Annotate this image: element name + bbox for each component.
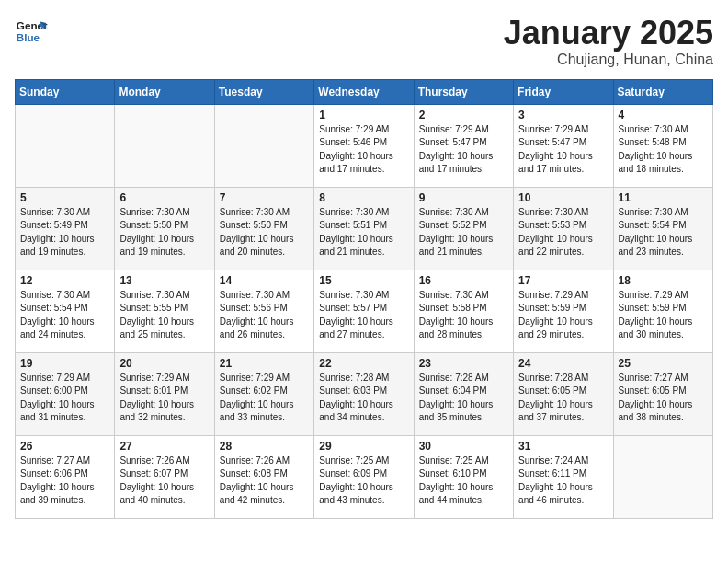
calendar-table: Sunday Monday Tuesday Wednesday Thursday… (15, 79, 713, 519)
calendar-week-row: 5Sunrise: 7:30 AM Sunset: 5:49 PM Daylig… (16, 187, 713, 270)
day-number: 19 (20, 357, 109, 370)
table-row: 11Sunrise: 7:30 AM Sunset: 5:54 PM Dayli… (613, 187, 712, 270)
title-block: January 2025 Chujiang, Hunan, China (504, 15, 713, 68)
day-number: 28 (220, 440, 309, 453)
table-row: 29Sunrise: 7:25 AM Sunset: 6:09 PM Dayli… (314, 435, 414, 518)
day-number: 21 (220, 357, 309, 370)
day-number: 4 (619, 109, 708, 121)
svg-text:Blue: Blue (17, 31, 40, 43)
col-tuesday: Tuesday (214, 79, 313, 104)
table-row: 28Sunrise: 7:26 AM Sunset: 6:08 PM Dayli… (214, 435, 313, 518)
day-info: Sunrise: 7:30 AM Sunset: 5:50 PM Dayligh… (220, 206, 309, 259)
day-info: Sunrise: 7:30 AM Sunset: 5:54 PM Dayligh… (20, 289, 109, 342)
day-number: 22 (319, 357, 408, 370)
table-row (115, 104, 214, 187)
day-number: 23 (419, 357, 508, 370)
table-row: 2Sunrise: 7:29 AM Sunset: 5:47 PM Daylig… (414, 104, 513, 187)
day-info: Sunrise: 7:30 AM Sunset: 5:55 PM Dayligh… (119, 289, 209, 342)
day-info: Sunrise: 7:30 AM Sunset: 5:57 PM Dayligh… (319, 289, 408, 342)
table-row: 22Sunrise: 7:28 AM Sunset: 6:03 PM Dayli… (314, 352, 414, 435)
day-info: Sunrise: 7:30 AM Sunset: 5:51 PM Dayligh… (319, 206, 408, 259)
col-wednesday: Wednesday (314, 79, 414, 104)
table-row: 6Sunrise: 7:30 AM Sunset: 5:50 PM Daylig… (115, 187, 214, 270)
day-info: Sunrise: 7:30 AM Sunset: 5:56 PM Dayligh… (220, 289, 309, 342)
day-number: 1 (319, 109, 408, 121)
day-info: Sunrise: 7:29 AM Sunset: 6:00 PM Dayligh… (20, 372, 109, 425)
day-info: Sunrise: 7:25 AM Sunset: 6:10 PM Dayligh… (419, 454, 508, 508)
day-info: Sunrise: 7:29 AM Sunset: 5:59 PM Dayligh… (518, 289, 608, 342)
day-info: Sunrise: 7:24 AM Sunset: 6:11 PM Dayligh… (518, 454, 608, 508)
day-info: Sunrise: 7:29 AM Sunset: 5:47 PM Dayligh… (518, 123, 608, 177)
table-row: 21Sunrise: 7:29 AM Sunset: 6:02 PM Dayli… (214, 352, 313, 435)
calendar-week-row: 1Sunrise: 7:29 AM Sunset: 5:46 PM Daylig… (16, 104, 713, 187)
day-info: Sunrise: 7:30 AM Sunset: 5:52 PM Dayligh… (419, 206, 508, 259)
day-number: 30 (419, 440, 508, 453)
day-info: Sunrise: 7:30 AM Sunset: 5:49 PM Dayligh… (20, 206, 109, 259)
day-number: 17 (518, 274, 608, 287)
day-info: Sunrise: 7:30 AM Sunset: 5:50 PM Dayligh… (119, 206, 209, 259)
day-info: Sunrise: 7:30 AM Sunset: 5:54 PM Dayligh… (619, 206, 708, 259)
table-row: 27Sunrise: 7:26 AM Sunset: 6:07 PM Dayli… (115, 435, 214, 518)
table-row: 16Sunrise: 7:30 AM Sunset: 5:58 PM Dayli… (414, 270, 513, 352)
day-info: Sunrise: 7:29 AM Sunset: 6:02 PM Dayligh… (220, 372, 309, 425)
calendar-title: January 2025 (504, 15, 713, 52)
table-row: 3Sunrise: 7:29 AM Sunset: 5:47 PM Daylig… (514, 104, 613, 187)
day-number: 13 (119, 274, 209, 287)
day-number: 6 (119, 191, 209, 204)
day-number: 15 (319, 274, 408, 287)
table-row: 15Sunrise: 7:30 AM Sunset: 5:57 PM Dayli… (314, 270, 414, 352)
table-row: 7Sunrise: 7:30 AM Sunset: 5:50 PM Daylig… (214, 187, 313, 270)
day-number: 8 (319, 191, 408, 204)
day-info: Sunrise: 7:29 AM Sunset: 6:01 PM Dayligh… (119, 372, 209, 425)
day-number: 3 (518, 109, 608, 121)
day-info: Sunrise: 7:30 AM Sunset: 5:58 PM Dayligh… (419, 289, 508, 342)
day-number: 12 (20, 274, 109, 287)
table-row: 8Sunrise: 7:30 AM Sunset: 5:51 PM Daylig… (314, 187, 414, 270)
day-number: 5 (20, 191, 109, 204)
col-friday: Friday (514, 79, 613, 104)
table-row: 10Sunrise: 7:30 AM Sunset: 5:53 PM Dayli… (514, 187, 613, 270)
day-info: Sunrise: 7:25 AM Sunset: 6:09 PM Dayligh… (319, 454, 408, 508)
day-number: 20 (119, 357, 209, 370)
table-row: 25Sunrise: 7:27 AM Sunset: 6:05 PM Dayli… (613, 352, 712, 435)
day-info: Sunrise: 7:30 AM Sunset: 5:48 PM Dayligh… (619, 123, 708, 177)
day-number: 24 (518, 357, 608, 370)
header-row: Sunday Monday Tuesday Wednesday Thursday… (16, 79, 713, 104)
table-row: 5Sunrise: 7:30 AM Sunset: 5:49 PM Daylig… (16, 187, 115, 270)
calendar-week-row: 26Sunrise: 7:27 AM Sunset: 6:06 PM Dayli… (16, 435, 713, 518)
col-sunday: Sunday (16, 79, 115, 104)
day-number: 14 (220, 274, 309, 287)
calendar-subtitle: Chujiang, Hunan, China (504, 52, 713, 68)
table-row: 13Sunrise: 7:30 AM Sunset: 5:55 PM Dayli… (115, 270, 214, 352)
page-header: General Blue January 2025 Chujiang, Huna… (15, 15, 713, 68)
calendar-header: Sunday Monday Tuesday Wednesday Thursday… (16, 79, 713, 104)
calendar-body: 1Sunrise: 7:29 AM Sunset: 5:46 PM Daylig… (16, 104, 713, 518)
table-row: 30Sunrise: 7:25 AM Sunset: 6:10 PM Dayli… (414, 435, 513, 518)
col-monday: Monday (115, 79, 214, 104)
day-number: 27 (119, 440, 209, 453)
day-number: 11 (619, 191, 708, 204)
table-row: 19Sunrise: 7:29 AM Sunset: 6:00 PM Dayli… (16, 352, 115, 435)
table-row: 26Sunrise: 7:27 AM Sunset: 6:06 PM Dayli… (16, 435, 115, 518)
table-row: 31Sunrise: 7:24 AM Sunset: 6:11 PM Dayli… (514, 435, 613, 518)
table-row: 23Sunrise: 7:28 AM Sunset: 6:04 PM Dayli… (414, 352, 513, 435)
table-row: 14Sunrise: 7:30 AM Sunset: 5:56 PM Dayli… (214, 270, 313, 352)
day-number: 31 (518, 440, 608, 453)
table-row: 17Sunrise: 7:29 AM Sunset: 5:59 PM Dayli… (514, 270, 613, 352)
table-row (613, 435, 712, 518)
calendar-week-row: 12Sunrise: 7:30 AM Sunset: 5:54 PM Dayli… (16, 270, 713, 352)
day-number: 7 (220, 191, 309, 204)
day-info: Sunrise: 7:28 AM Sunset: 6:03 PM Dayligh… (319, 372, 408, 425)
table-row: 20Sunrise: 7:29 AM Sunset: 6:01 PM Dayli… (115, 352, 214, 435)
logo-icon: General Blue (15, 15, 48, 48)
day-number: 9 (419, 191, 508, 204)
table-row: 9Sunrise: 7:30 AM Sunset: 5:52 PM Daylig… (414, 187, 513, 270)
table-row: 1Sunrise: 7:29 AM Sunset: 5:46 PM Daylig… (314, 104, 414, 187)
day-info: Sunrise: 7:27 AM Sunset: 6:05 PM Dayligh… (619, 372, 708, 425)
day-number: 16 (419, 274, 508, 287)
day-info: Sunrise: 7:29 AM Sunset: 5:46 PM Dayligh… (319, 123, 408, 177)
day-info: Sunrise: 7:30 AM Sunset: 5:53 PM Dayligh… (518, 206, 608, 259)
table-row (16, 104, 115, 187)
table-row: 4Sunrise: 7:30 AM Sunset: 5:48 PM Daylig… (613, 104, 712, 187)
day-number: 25 (619, 357, 708, 370)
